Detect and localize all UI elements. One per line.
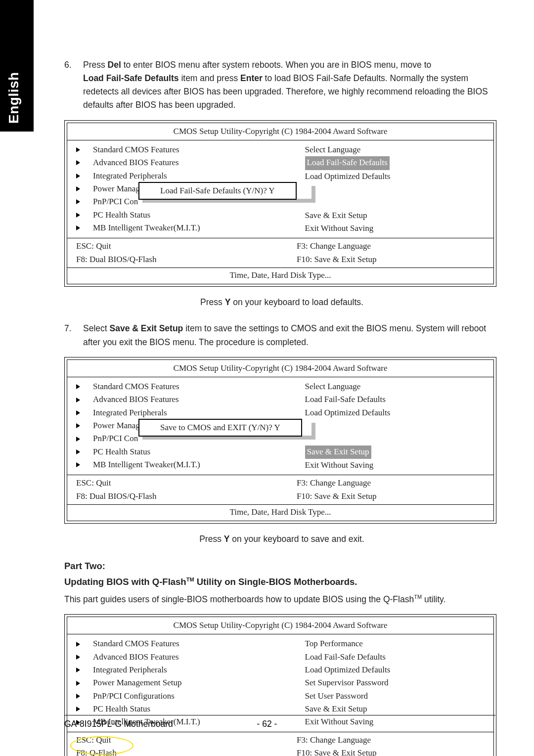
label: Load Optimized Defaults [305, 665, 391, 674]
label: Standard CMOS Features [93, 637, 179, 650]
menu-item[interactable]: Integrated Peripherals [76, 170, 305, 182]
menu-item[interactable]: Advanced BIOS Features [76, 651, 305, 664]
bios-inner: CMOS Setup Utility-Copyright (C) 1984-20… [67, 123, 494, 285]
footer-page-number: - 62 - [0, 719, 534, 729]
step-7: 7. Select Save & Exit Setup item to save… [64, 322, 499, 349]
menu-item[interactable]: Standard CMOS Features [76, 637, 305, 650]
label: Power Manag [93, 419, 140, 432]
hint-f3: F3: Change Language [297, 477, 485, 489]
menu-item[interactable]: PC Health Status [76, 445, 305, 458]
menu-item[interactable]: Exit Without Saving [305, 222, 485, 235]
menu-item[interactable]: Set Supervisor Password [305, 676, 485, 689]
hint-esc: ESC: Quit [76, 477, 264, 489]
step-number: 6. [64, 58, 83, 112]
bios-inner: CMOS Setup Utility-Copyright (C) 1984-20… [67, 617, 494, 756]
label: Load Fail-Safe Defaults [305, 395, 386, 404]
label: Advanced BIOS Features [93, 651, 179, 664]
hint-esc: ESC: Quit [76, 734, 264, 747]
triangle-icon [76, 186, 80, 191]
label: PnP/PCI Con [93, 432, 138, 445]
label: Standard CMOS Features [93, 143, 179, 156]
menu-item[interactable]: Standard CMOS Features [76, 380, 305, 393]
popup-text: Load Fail-Safe Defaults (Y/N)? Y [160, 186, 275, 195]
menu-item[interactable]: Select Language [305, 380, 485, 393]
hint-esc: ESC: Quit [76, 240, 264, 253]
key-y: Y [224, 534, 230, 544]
menu-item[interactable]: PnP/PCI Configurations [76, 690, 305, 703]
label: PC Health Status [93, 445, 150, 458]
hint-f8: F8: Q-Flash [76, 747, 264, 756]
bios-popup-load-defaults[interactable]: Load Fail-Safe Defaults (Y/N)? Y [138, 182, 297, 200]
step-number: 7. [64, 322, 83, 349]
menu-item[interactable]: Set User Password [305, 690, 485, 703]
label: Exit Without Saving [305, 223, 374, 233]
menu-item[interactable]: Save & Exit Setup [305, 209, 485, 222]
menu-item[interactable]: MB Intelligent Tweaker(M.I.T.) [76, 222, 305, 234]
caption-save-exit: Press Y on your keyboard to save and exi… [64, 533, 499, 546]
t: This part guides users of single-BIOS mo… [64, 594, 414, 604]
label: Select Language [305, 382, 361, 391]
bios-help-line: Time, Date, Hard Disk Type... [67, 504, 493, 521]
t: utility. [422, 594, 445, 604]
label: Standard CMOS Features [93, 380, 179, 393]
menu-item[interactable]: Exit Without Saving [305, 459, 485, 472]
menu-item[interactable]: PC Health Status [76, 209, 305, 222]
triangle-icon [76, 437, 80, 442]
label: Load Fail-Safe Defaults [305, 652, 386, 662]
menu-item[interactable]: PC Health Status [76, 703, 305, 715]
triangle-icon [76, 707, 80, 712]
label: Save & Exit Setup [305, 445, 371, 459]
item-load-fail-safe: Load Fail-Safe Defaults [83, 73, 179, 83]
side-tab-label: English [6, 72, 22, 124]
menu-item[interactable]: Load Optimized Defaults [305, 664, 485, 676]
menu-item[interactable]: MB Intelligent Tweaker(M.I.T.) [76, 458, 305, 471]
hint-f10: F10: Save & Exit Setup [297, 490, 485, 503]
triangle-icon [76, 655, 80, 660]
label: Set Supervisor Password [305, 678, 389, 687]
bios-title: CMOS Setup Utility-Copyright (C) 1984-20… [67, 123, 493, 140]
menu-item[interactable]: Integrated Peripherals [76, 664, 305, 676]
key-y: Y [225, 297, 231, 307]
label: Integrated Peripherals [93, 664, 167, 676]
menu-item[interactable]: Top Performance [305, 637, 485, 650]
caption-load-defaults: Press Y on your keyboard to load default… [64, 296, 499, 309]
triangle-icon [76, 225, 80, 230]
tm-mark: TM [414, 594, 422, 600]
menu-item[interactable]: Advanced BIOS Features [76, 156, 305, 169]
bios-body: Standard CMOS Features Advanced BIOS Fea… [67, 377, 493, 475]
t: Press [199, 534, 224, 544]
label: Load Optimized Defaults [305, 408, 391, 417]
step-text: Press Del to enter BIOS menu after syste… [83, 58, 499, 112]
triangle-icon [76, 642, 80, 647]
menu-item-selected[interactable]: Save & Exit Setup [305, 445, 485, 459]
triangle-icon [76, 410, 80, 415]
key-del: Del [108, 60, 124, 70]
menu-item[interactable]: Load Fail-Safe Defaults [305, 651, 485, 664]
label: PnP/PCI Con [93, 195, 138, 208]
t: Updating BIOS with Q-Flash [64, 577, 186, 587]
menu-item[interactable]: Load Optimized Defaults [305, 170, 485, 183]
triangle-icon [76, 147, 80, 152]
bios-popup-save-exit[interactable]: Save to CMOS and EXIT (Y/N)? Y [138, 419, 302, 437]
menu-item[interactable]: Load Fail-Safe Defaults [305, 393, 485, 406]
t: to enter BIOS menu after system reboots.… [124, 60, 432, 70]
label: PC Health Status [93, 209, 150, 222]
menu-item[interactable]: Load Optimized Defaults [305, 406, 485, 419]
menu-item[interactable]: Power Management Setup [76, 676, 305, 689]
menu-item-selected[interactable]: Load Fail-Safe Defaults [305, 156, 485, 170]
menu-item[interactable]: Integrated Peripherals [76, 406, 305, 419]
triangle-icon [76, 384, 80, 389]
key-enter: Enter [240, 73, 263, 83]
hint-f10: F10: Save & Exit Setup [297, 747, 485, 756]
triangle-icon [76, 174, 80, 178]
bios-key-hints: ESC: Quit F8: Q-Flash F3: Change Languag… [67, 732, 493, 756]
bios-key-hints: ESC: Quit F8: Dual BIOS/Q-Flash F3: Chan… [67, 475, 493, 504]
tm-mark: TM [186, 577, 194, 582]
label: Power Manag [93, 182, 140, 195]
menu-item[interactable]: Select Language [305, 143, 485, 156]
triangle-icon [76, 681, 80, 686]
menu-item[interactable]: Save & Exit Setup [305, 703, 485, 715]
menu-item[interactable]: Advanced BIOS Features [76, 393, 305, 406]
label: Exit Without Saving [305, 460, 374, 470]
menu-item[interactable]: Standard CMOS Features [76, 143, 305, 156]
